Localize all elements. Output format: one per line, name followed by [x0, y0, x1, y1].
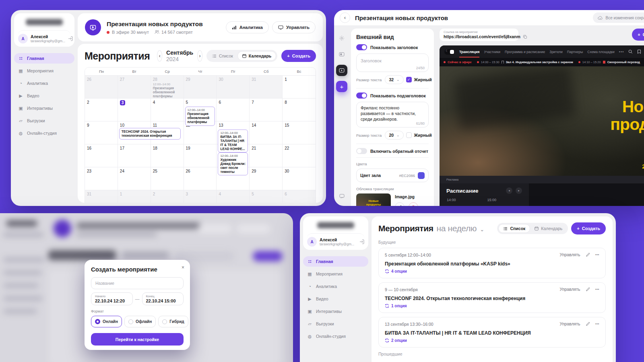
- manage-link[interactable]: Управлять: [560, 287, 580, 292]
- calendar-day-cell[interactable]: 3: [118, 99, 151, 121]
- event-card[interactable]: 13 сентября 13:30–16:00 БИТВА ЗА IT-ТАЛА…: [378, 317, 606, 348]
- show-subtitle-toggle[interactable]: [356, 93, 367, 99]
- calendar-day-cell[interactable]: 16: [85, 144, 118, 167]
- sidebar-item[interactable]: ▶ Видео: [303, 294, 368, 304]
- preview-tab[interactable]: Участники: [484, 50, 500, 54]
- bookmark-icon[interactable]: [637, 49, 641, 54]
- view-list-option[interactable]: Список: [498, 224, 530, 233]
- stream-video-area[interactable]: Новые продукты 2025: [440, 66, 644, 176]
- calendar-day-cell[interactable]: 30: [283, 167, 316, 190]
- sidebar-item[interactable]: ◍ Онлайн-студия: [14, 128, 74, 138]
- calendar-day-cell[interactable]: 5: [250, 190, 283, 203]
- calendar-day-cell[interactable]: 5 12:00–14:00 Презентация обновленной пл…: [184, 99, 217, 121]
- create-event-button[interactable]: + Создать: [571, 222, 606, 234]
- calendar-day-cell[interactable]: 31: [85, 190, 118, 203]
- add-block-button[interactable]: +: [336, 81, 347, 92]
- event-options[interactable]: 1 опция: [385, 304, 599, 308]
- subtitle-input-box[interactable]: Фриланс постоянно развивается — в частно…: [356, 102, 429, 128]
- calendar-day-cell[interactable]: 8: [283, 99, 316, 121]
- user-card[interactable]: А Алексей taraworkgraphy@gm...: [307, 233, 364, 247]
- format-radio-option[interactable]: Онлайн: [91, 316, 122, 327]
- calendar-day-cell[interactable]: 27: [118, 76, 151, 99]
- calendar-day-cell[interactable]: 29: [250, 167, 283, 190]
- calendar-event[interactable]: 12:00–14:00 Презентация обновленной плат…: [185, 107, 215, 126]
- sidebar-item[interactable]: ∷ Главная: [303, 256, 368, 267]
- preview-tab[interactable]: Трансляция: [459, 50, 479, 54]
- settings-gear-icon[interactable]: [336, 33, 347, 44]
- subtitle-bold-checkbox[interactable]: ✓: [406, 132, 412, 138]
- create-event-button[interactable]: + Создать: [281, 50, 316, 62]
- list-period[interactable]: на неделю: [437, 224, 477, 233]
- format-radio-option[interactable]: Офлайн: [124, 316, 156, 327]
- calendar-day-cell[interactable]: 13 12:00–14:00 БИТВА ЗА IT-ТАЛАНТЫ | HR …: [217, 121, 250, 144]
- calendar-day-cell[interactable]: 4: [151, 99, 184, 121]
- view-list-option[interactable]: Список: [208, 51, 237, 61]
- back-button[interactable]: ‹: [340, 12, 350, 23]
- calendar-event[interactable]: TECHCONF 2024. Открытая технологическая …: [119, 128, 181, 140]
- user-card[interactable]: А Алексей taraworkgraphy@gm...: [18, 30, 70, 43]
- calendar-day-cell[interactable]: 10 TECHCONF 2024. Открытая технологическ…: [118, 121, 151, 144]
- title-size-dropdown[interactable]: 32⌄: [385, 75, 403, 84]
- edit-cover-button[interactable]: [395, 202, 405, 206]
- calendar-day-cell[interactable]: 29: [184, 76, 217, 99]
- event-name-field[interactable]: [91, 277, 184, 289]
- more-options-icon[interactable]: ⋯: [595, 287, 600, 292]
- calendar-day-cell[interactable]: 1: [118, 190, 151, 203]
- manage-link[interactable]: Управлять: [560, 252, 580, 257]
- title-bold-checkbox[interactable]: ✓: [406, 77, 412, 82]
- calendar-day-cell[interactable]: 26: [184, 167, 217, 190]
- calendar-day-cell[interactable]: 24: [118, 167, 151, 190]
- close-icon[interactable]: ×: [182, 265, 184, 270]
- prev-month-button[interactable]: ‹: [157, 50, 162, 62]
- calendar-day-cell[interactable]: 21: [250, 144, 283, 167]
- calendar-day-cell[interactable]: 18: [151, 144, 184, 167]
- subtitle-size-dropdown[interactable]: 20⌄: [385, 131, 403, 140]
- sidebar-item[interactable]: ▦ Мероприятия: [303, 269, 368, 279]
- title-input[interactable]: [361, 58, 424, 63]
- calendar-day-cell[interactable]: 2: [85, 99, 118, 121]
- preview-tab[interactable]: Партнеры: [567, 50, 583, 54]
- calendar-day-cell[interactable]: 2: [151, 190, 184, 203]
- calendar-day-cell[interactable]: 19: [184, 144, 217, 167]
- calendar-day-cell[interactable]: 3: [184, 190, 217, 203]
- sidebar-item[interactable]: ▦ Мероприятия: [14, 66, 74, 76]
- view-calendar-option[interactable]: Календарь: [237, 51, 276, 61]
- cover-thumbnail[interactable]: Новые продукты: [356, 193, 391, 206]
- hall-color-swatch[interactable]: [418, 172, 425, 179]
- pencil-icon[interactable]: [586, 253, 590, 257]
- calendar-day-cell[interactable]: 26: [85, 76, 118, 99]
- calendar-event[interactable]: 12:00–14:00 БИТВА ЗА IT-ТАЛАНТЫ | HR IT …: [218, 130, 248, 152]
- chevron-down-icon[interactable]: ⌄: [480, 226, 484, 232]
- ticker-item[interactable]: 14:10 – 15:20 Синхронный перевод: [578, 60, 640, 64]
- sidebar-item[interactable]: ◔ Аналитика: [14, 78, 74, 88]
- ticker-item[interactable]: 14:00 – 15:30 Зал 4. Индивидуальная заст…: [477, 60, 573, 64]
- sidebar-item[interactable]: ∷ Главная: [14, 53, 74, 64]
- countdown-toggle[interactable]: [356, 148, 367, 154]
- event-options[interactable]: 4 опции: [385, 269, 599, 274]
- tabs-overflow-icon[interactable]: •••: [619, 50, 624, 54]
- copy-link-icon[interactable]: [523, 35, 527, 39]
- sidebar-item[interactable]: ◍ Онлайн-студия: [303, 331, 368, 341]
- schedule-prev-button[interactable]: ◂: [506, 187, 512, 194]
- go-to-setup-button[interactable]: Перейти к настройке: [91, 333, 184, 346]
- sidebar-item[interactable]: ▣ Интерактивы: [14, 103, 74, 113]
- calendar-day-cell[interactable]: 28 12:00–14:00 Презентация обновленной п…: [151, 76, 184, 99]
- calendar-day-cell[interactable]: 22: [283, 144, 316, 167]
- view-calendar-option[interactable]: Календарь: [530, 224, 567, 233]
- event-card[interactable]: 9 — 10 сентября TECHCONF 2024. Открытая …: [378, 282, 606, 313]
- format-radio-option[interactable]: Гибрид: [158, 316, 188, 327]
- event-options[interactable]: 2 опции: [385, 338, 599, 343]
- title-input-box[interactable]: 24/50: [356, 53, 429, 72]
- sidebar-item[interactable]: ◔ Аналитика: [303, 281, 368, 292]
- calendar-day-cell[interactable]: 25: [151, 167, 184, 190]
- sidebar-item[interactable]: ▣ Интерактивы: [303, 306, 368, 317]
- hall-color-row[interactable]: Цвет зала #EC2086: [356, 169, 429, 182]
- sidebar-item[interactable]: ▶ Видео: [14, 90, 74, 101]
- event-name-input[interactable]: [95, 281, 179, 286]
- preview-tab[interactable]: Программа и расписание: [505, 50, 545, 54]
- preview-tab[interactable]: Схема площадки: [587, 50, 615, 54]
- manage-link[interactable]: Управлять: [560, 321, 580, 326]
- show-title-toggle[interactable]: [356, 44, 367, 50]
- pencil-icon[interactable]: [586, 322, 590, 326]
- sidebar-item[interactable]: ▱ Выгрузки: [303, 319, 368, 329]
